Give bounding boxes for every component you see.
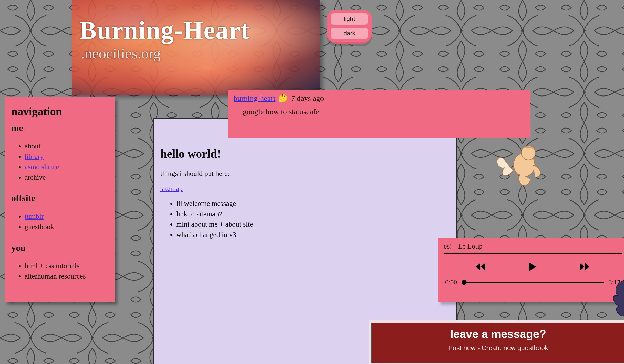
forward-icon: [579, 263, 590, 271]
svg-marker-2: [476, 263, 480, 271]
sidebar-list-you: html + css tutorials alterhuman resource…: [11, 261, 108, 282]
time-current: 0:00: [445, 279, 457, 286]
wing-decoration-icon: [606, 278, 624, 316]
play-button[interactable]: [526, 261, 539, 273]
sidebar-nav: navigation me about library asmo shrine …: [5, 97, 115, 302]
site-subtitle: .neocities.org: [72, 45, 320, 62]
seek-knob[interactable]: [462, 280, 467, 285]
sidebar-title: navigation: [11, 105, 108, 118]
sitemap-link[interactable]: sitemap: [160, 185, 183, 193]
site-title: Burning-Heart: [72, 0, 320, 45]
guestbook-create-link[interactable]: Create new guestbook: [482, 344, 548, 352]
theme-light-button[interactable]: light: [331, 13, 368, 25]
player-controls: [444, 254, 622, 276]
seek-track[interactable]: [462, 282, 604, 283]
sidebar-item-library[interactable]: library: [25, 152, 108, 162]
svg-marker-3: [481, 263, 485, 271]
sidebar-item-asmo[interactable]: asmo shrine: [25, 162, 108, 172]
sidebar-item-tumblr[interactable]: tumblr: [25, 211, 108, 222]
status-header: burning-heart 🤔 7 days ago: [234, 94, 525, 103]
svg-marker-6: [585, 263, 589, 271]
site-banner: Burning-Heart .neocities.org: [72, 0, 320, 95]
rewind-icon: [475, 263, 486, 271]
sidebar-heading-me: me: [11, 123, 108, 133]
cherub-icon: [492, 138, 551, 197]
theme-switcher: light dark: [327, 10, 372, 44]
main-bullet: what's changed in v3: [176, 230, 450, 240]
main-bullet: mini about me + about site: [176, 219, 450, 230]
sidebar-item-guestbook[interactable]: guestbook: [25, 222, 108, 232]
sidebar-item-tutorials[interactable]: html + css tutorials: [25, 261, 108, 271]
svg-marker-4: [529, 262, 536, 271]
guestbook-separator: -: [476, 344, 482, 352]
thinking-emoji-icon: 🤔: [278, 94, 288, 103]
sidebar-list-me: about library asmo shrine archive: [11, 141, 108, 183]
next-button[interactable]: [577, 261, 593, 273]
theme-dark-button[interactable]: dark: [331, 28, 368, 39]
status-time: 7 days ago: [291, 94, 324, 103]
sidebar-link-tumblr[interactable]: tumblr: [25, 212, 44, 220]
main-bullet-list: lil welcome message link to sitemap? min…: [160, 198, 450, 240]
sidebar-link-library[interactable]: library: [25, 153, 44, 160]
guestbook-post-new-link[interactable]: Post new: [448, 344, 476, 352]
sidebar-link-asmo[interactable]: asmo shrine: [25, 163, 59, 171]
svg-marker-5: [580, 263, 584, 271]
svg-point-1: [521, 146, 535, 160]
sidebar-item-alterhuman[interactable]: alterhuman resources: [25, 271, 108, 282]
guestbook-widget: leave a message? Post new - Create new g…: [369, 320, 624, 364]
guestbook-links: Post new - Create new guestbook: [371, 344, 624, 352]
status-user-link[interactable]: burning-heart: [234, 94, 275, 103]
status-message: google how to statuscafe: [234, 103, 525, 116]
status-cafe-widget: burning-heart 🤔 7 days ago google how to…: [228, 90, 530, 138]
main-intro: things i should put here:: [160, 168, 450, 179]
sidebar-item-about[interactable]: about: [25, 141, 108, 152]
sidebar-list-offsite: tumblr guestbook: [11, 211, 108, 232]
main-bullet: link to sitemap?: [176, 209, 450, 219]
player-timeline: 0:00 3:17: [444, 276, 622, 286]
main-heading: hello world!: [160, 147, 450, 160]
previous-button[interactable]: [473, 261, 489, 273]
sidebar-item-archive[interactable]: archive: [25, 172, 108, 183]
player-track-title: es! - Le Loup: [444, 242, 622, 254]
guestbook-heading: leave a message?: [371, 328, 624, 340]
play-icon: [529, 262, 537, 271]
sidebar-heading-you: you: [11, 242, 108, 253]
music-player: es! - Le Loup 0:00 3:17: [438, 238, 624, 302]
main-bullet: lil welcome message: [176, 198, 450, 209]
sidebar-heading-offsite: offsite: [11, 193, 108, 204]
